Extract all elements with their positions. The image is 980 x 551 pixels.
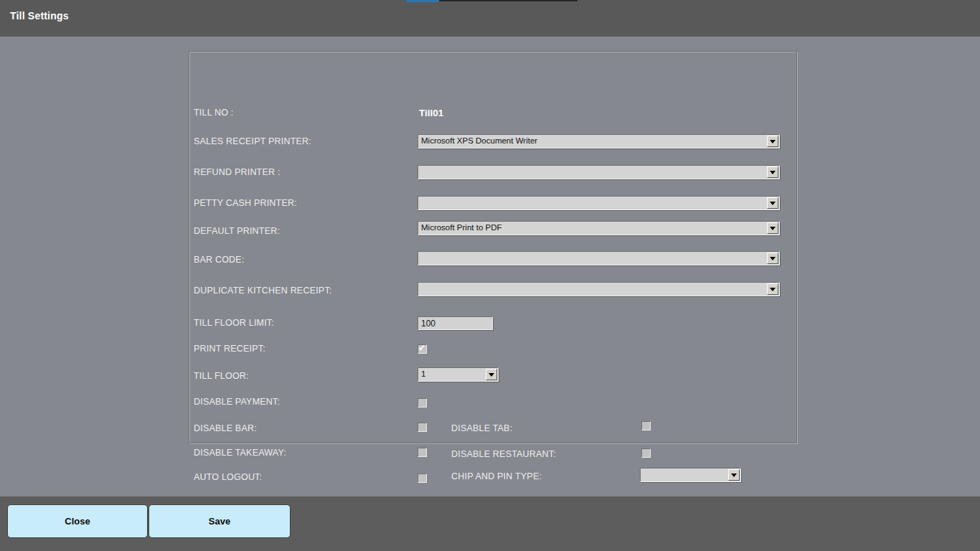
dropdown-arrow-icon[interactable]: [728, 469, 740, 481]
till-floor-dropdown[interactable]: 1: [418, 367, 499, 382]
petty-cash-printer-dropdown[interactable]: [418, 196, 780, 210]
duplicate-kitchen-receipt-dropdown[interactable]: [418, 282, 780, 296]
default-printer-dropdown[interactable]: Microsoft Print to PDF: [418, 221, 780, 235]
dropdown-arrow-icon[interactable]: [767, 253, 778, 264]
chip-and-pin-type-label: CHIP AND PIN TYPE:: [451, 471, 542, 481]
top-blue-strip: [407, 0, 439, 2]
till-no-label: TILL NO :: [194, 108, 234, 118]
disable-takeaway-checkbox[interactable]: [418, 448, 427, 457]
duplicate-kitchen-receipt-label: DUPLICATE KITCHEN RECEIPT:: [194, 286, 332, 296]
top-dark-strip: [439, 0, 578, 1]
till-floor-label: TILL FLOOR:: [194, 371, 249, 381]
disable-bar-label: DISABLE BAR:: [194, 423, 257, 433]
disable-tab-checkbox[interactable]: [641, 421, 651, 430]
till-no-value: Till01: [419, 108, 443, 118]
sales-receipt-printer-label: SALES RECEIPT PRINTER:: [194, 136, 311, 146]
chip-and-pin-type-dropdown[interactable]: [640, 468, 741, 482]
dropdown-arrow-icon[interactable]: [767, 166, 778, 178]
dropdown-arrow-icon[interactable]: [767, 197, 778, 209]
disable-payment-label: DISABLE PAYMENT:: [194, 397, 280, 407]
bar-code-label: BAR CODE:: [194, 255, 245, 265]
default-printer-value: Microsoft Print to PDF: [421, 223, 765, 232]
disable-restaurant-checkbox[interactable]: [641, 448, 651, 458]
disable-bar-checkbox[interactable]: [418, 423, 427, 432]
titlebar: Till Settings: [0, 0, 980, 37]
refund-printer-label: REFUND PRINTER :: [194, 167, 281, 177]
sales-receipt-printer-value: Microsoft XPS Document Writer: [421, 136, 765, 145]
save-button[interactable]: Save: [149, 504, 291, 538]
till-floor-limit-label: TILL FLOOR LIMIT:: [194, 318, 274, 328]
disable-restaurant-label: DISABLE RESTAURANT:: [451, 449, 556, 459]
auto-logout-label: AUTO LOGOUT:: [194, 472, 262, 482]
default-printer-label: DEFAULT PRINTER:: [194, 226, 280, 236]
dropdown-arrow-icon[interactable]: [486, 369, 497, 380]
disable-takeaway-label: DISABLE TAKEAWAY:: [194, 448, 286, 458]
dropdown-arrow-icon[interactable]: [767, 283, 778, 295]
disable-payment-checkbox[interactable]: [418, 398, 427, 408]
bar-code-dropdown[interactable]: [418, 251, 780, 265]
dropdown-arrow-icon[interactable]: [767, 222, 778, 234]
print-receipt-label: PRINT RECEIPT:: [194, 344, 265, 354]
sales-receipt-printer-dropdown[interactable]: Microsoft XPS Document Writer: [418, 134, 780, 149]
till-floor-limit-input[interactable]: [418, 316, 493, 330]
till-settings-panel: TILL NO : Till01 SALES RECEIPT PRINTER: …: [189, 51, 797, 443]
dropdown-arrow-icon[interactable]: [767, 136, 778, 147]
refund-printer-dropdown[interactable]: [418, 165, 780, 179]
checkmark-icon: ✔: [418, 343, 425, 354]
auto-logout-checkbox[interactable]: [418, 474, 427, 483]
petty-cash-printer-label: PETTY CASH PRINTER:: [194, 198, 297, 208]
print-receipt-checkbox[interactable]: ✔: [418, 344, 427, 354]
disable-tab-label: DISABLE TAB:: [451, 423, 512, 433]
window-title: Till Settings: [10, 10, 69, 22]
till-floor-value: 1: [421, 369, 484, 378]
close-button[interactable]: Close: [7, 504, 148, 538]
